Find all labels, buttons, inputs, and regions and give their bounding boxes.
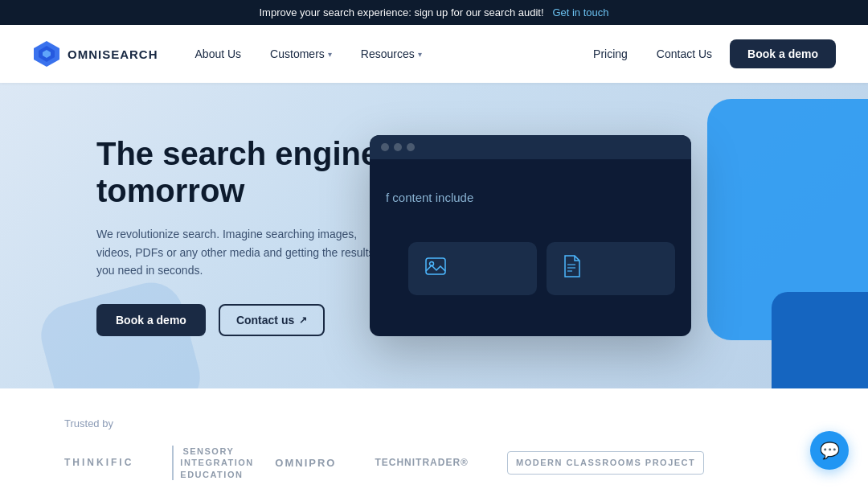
- logo[interactable]: OMNISEARCH: [32, 39, 158, 68]
- browser-dot-1: [381, 143, 389, 151]
- top-banner: Improve your search experience: sign up …: [0, 0, 868, 25]
- logo-omnipro: OMNIPRO: [275, 457, 336, 469]
- banner-text: Improve your search experience: sign up …: [259, 6, 543, 18]
- logo-icon: [32, 39, 61, 68]
- nav-resources[interactable]: Resources ▾: [350, 41, 433, 67]
- nav-right: Pricing Contact Us Book a demo: [582, 39, 836, 68]
- browser-body: f content include: [370, 159, 691, 336]
- logo-technitrader: TECHNITRADER®: [375, 457, 469, 468]
- nav-contact[interactable]: Contact Us: [645, 41, 723, 67]
- logo-text: OMNISEARCH: [68, 47, 158, 61]
- contact-arrow-icon: ↗: [299, 314, 307, 326]
- nav-customers[interactable]: Customers ▾: [259, 41, 343, 67]
- content-include-text: f content include: [386, 191, 473, 204]
- chat-widget[interactable]: 💬: [810, 431, 849, 470]
- nav-links: About Us Customers ▾ Resources ▾: [184, 41, 583, 67]
- svg-rect-3: [426, 258, 445, 274]
- logos-row: THINKIFIC Sensory Integration Education …: [64, 446, 804, 480]
- resources-chevron-icon: ▾: [418, 50, 422, 59]
- customers-chevron-icon: ▾: [328, 50, 332, 59]
- browser-top-bar: [370, 135, 691, 159]
- nav-pricing[interactable]: Pricing: [582, 41, 639, 67]
- logo-sensory: Sensory Integration Education: [172, 446, 236, 480]
- content-card-doc: [547, 242, 675, 295]
- navigation: OMNISEARCH About Us Customers ▾ Resource…: [0, 25, 868, 83]
- nav-book-demo-button[interactable]: Book a demo: [730, 39, 836, 68]
- hero-subtitle: We revolutionize search. Imagine searchi…: [96, 225, 386, 279]
- image-icon: [424, 257, 447, 281]
- nav-about[interactable]: About Us: [184, 41, 253, 67]
- chat-icon: 💬: [820, 441, 840, 460]
- logo-modern-classrooms: Modern Classrooms Project: [507, 451, 704, 475]
- browser-mockup: f content include: [370, 135, 691, 336]
- logo-thinkific: THINKIFIC: [64, 457, 133, 468]
- browser-dot-3: [407, 143, 415, 151]
- banner-cta[interactable]: Get in touch: [552, 6, 608, 18]
- content-card-image: [408, 242, 537, 295]
- browser-dot-2: [394, 143, 402, 151]
- hero-book-demo-button[interactable]: Book a demo: [96, 304, 206, 336]
- trusted-label: Trusted by: [64, 417, 804, 429]
- hero-section: The search engine of tomorrow We revolut…: [0, 83, 868, 388]
- hero-contact-button[interactable]: Contact us ↗: [219, 304, 325, 336]
- document-icon: [563, 255, 580, 282]
- bg-shape-3: [772, 292, 868, 388]
- trusted-section: Trusted by THINKIFIC Sensory Integration…: [0, 388, 868, 489]
